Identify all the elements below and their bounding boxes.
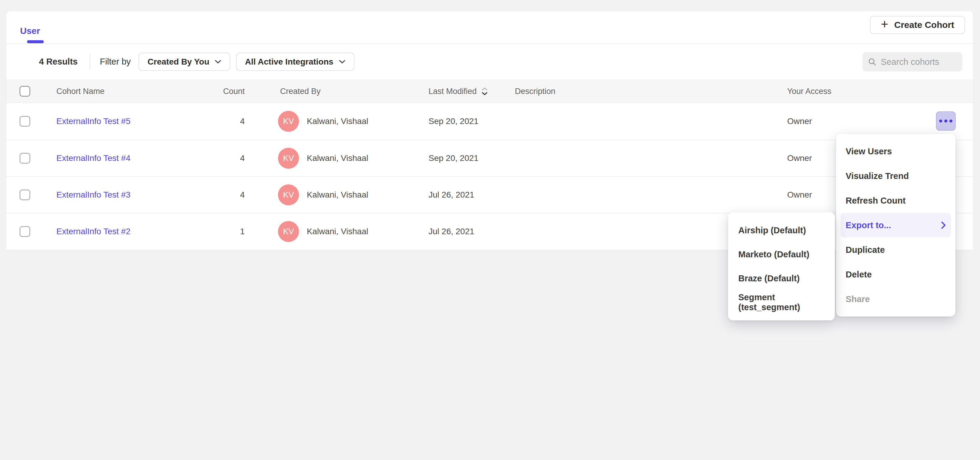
creator-name: Kalwani, Vishaal xyxy=(307,153,368,163)
header-last-modified-label: Last Modified xyxy=(428,87,477,96)
created-by-filter-dropdown[interactable]: Created By You xyxy=(138,53,230,71)
sort-icon[interactable] xyxy=(482,87,488,95)
filter-bar: 4 Results Filter by Created By You All A… xyxy=(6,44,973,80)
table-header-row: Cohort Name Count Created By Last Modifi… xyxy=(6,80,973,103)
export-submenu: Airship (Default) Marketo (Default) Braz… xyxy=(728,212,835,320)
menu-item-export-to[interactable]: Export to... xyxy=(840,213,951,238)
header-count: Count xyxy=(186,80,245,103)
menu-item-share: Share xyxy=(836,287,955,311)
search-input[interactable] xyxy=(881,57,957,67)
last-modified-date: Jul 26, 2021 xyxy=(428,177,474,213)
row-checkbox[interactable] xyxy=(19,116,30,127)
create-cohort-label: Create Cohort xyxy=(894,20,954,30)
dots-icon xyxy=(939,120,942,123)
chevron-right-icon xyxy=(941,221,946,229)
avatar: KV xyxy=(278,221,299,242)
cohort-name-link[interactable]: ExternalInfo Test #2 xyxy=(56,227,130,236)
submenu-item-segment[interactable]: Segment (test_segment) xyxy=(728,290,835,315)
avatar: KV xyxy=(278,148,299,169)
last-modified-date: Jul 26, 2021 xyxy=(428,214,474,249)
cohort-count: 4 xyxy=(186,103,245,140)
cohort-name-link[interactable]: ExternalInfo Test #4 xyxy=(56,153,130,163)
export-to-label: Export to... xyxy=(846,220,891,230)
submenu-item-braze[interactable]: Braze (Default) xyxy=(728,266,835,290)
header-last-modified[interactable]: Last Modified xyxy=(428,80,488,103)
table-row: ExternalInfo Test #4 4 KV Kalwani, Visha… xyxy=(6,140,973,176)
menu-item-refresh-count[interactable]: Refresh Count xyxy=(836,188,955,213)
creator-name: Kalwani, Vishaal xyxy=(307,117,368,126)
row-checkbox[interactable] xyxy=(19,226,30,237)
avatar: KV xyxy=(278,111,299,132)
last-modified-date: Sep 20, 2021 xyxy=(428,140,479,176)
integrations-filter-dropdown[interactable]: All Active Integrations xyxy=(236,53,355,71)
header-cohort-name: Cohort Name xyxy=(56,80,105,103)
menu-item-visualize-trend[interactable]: Visualize Trend xyxy=(836,164,955,188)
access-level: Owner xyxy=(787,140,812,176)
cohort-name-link[interactable]: ExternalInfo Test #3 xyxy=(56,190,130,200)
integrations-filter-label: All Active Integrations xyxy=(245,57,334,67)
divider xyxy=(90,54,90,70)
creator-name: Kalwani, Vishaal xyxy=(307,190,368,200)
menu-item-duplicate[interactable]: Duplicate xyxy=(836,238,955,262)
search-icon xyxy=(868,57,877,67)
filter-by-label: Filter by xyxy=(100,57,131,67)
cohort-name-link[interactable]: ExternalInfo Test #5 xyxy=(56,117,130,126)
plus-icon: + xyxy=(881,18,888,30)
tab-user[interactable]: User xyxy=(19,26,41,43)
create-cohort-button[interactable]: + Create Cohort xyxy=(870,16,965,34)
access-level: Owner xyxy=(787,177,812,213)
table-row: ExternalInfo Test #3 4 KV Kalwani, Visha… xyxy=(6,176,973,213)
chevron-down-icon xyxy=(215,60,221,64)
tab-user-label: User xyxy=(20,26,40,36)
access-level: Owner xyxy=(787,103,812,140)
row-checkbox[interactable] xyxy=(19,153,30,164)
row-checkbox[interactable] xyxy=(19,190,30,200)
menu-item-view-users[interactable]: View Users xyxy=(836,139,955,164)
submenu-item-airship[interactable]: Airship (Default) xyxy=(728,218,835,242)
header-created-by: Created By xyxy=(280,80,321,103)
cohort-count: 4 xyxy=(186,177,245,213)
created-by-filter-label: Created By You xyxy=(148,57,209,67)
select-all-checkbox[interactable] xyxy=(19,86,30,97)
avatar: KV xyxy=(278,184,299,205)
results-count: 4 Results xyxy=(39,57,78,67)
tab-user-active-underline xyxy=(27,40,44,43)
header-your-access: Your Access xyxy=(787,80,832,103)
header-description: Description xyxy=(515,80,555,103)
last-modified-date: Sep 20, 2021 xyxy=(428,103,479,140)
submenu-item-marketo[interactable]: Marketo (Default) xyxy=(728,242,835,266)
search-cohorts-box xyxy=(862,52,962,72)
row-actions-menu: View Users Visualize Trend Refresh Count… xyxy=(836,134,955,316)
tab-bar: User + Create Cohort xyxy=(6,11,973,44)
menu-item-delete[interactable]: Delete xyxy=(836,262,955,287)
cohort-count: 1 xyxy=(186,214,245,249)
cohort-count: 4 xyxy=(186,140,245,176)
row-actions-button[interactable] xyxy=(936,112,956,131)
chevron-down-icon xyxy=(339,60,345,64)
creator-name: Kalwani, Vishaal xyxy=(307,227,368,236)
table-row: ExternalInfo Test #5 4 KV Kalwani, Visha… xyxy=(6,103,973,140)
